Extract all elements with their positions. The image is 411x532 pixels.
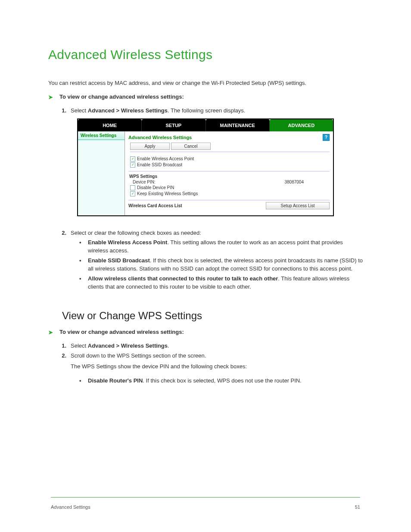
footer-divider [51,497,360,498]
help-icon[interactable]: ? [323,134,330,141]
footer-chapter: Advanced Settings [51,504,90,510]
step-number: 2. [58,352,66,360]
panel-title: Advanced Wireless Settings [128,135,192,140]
content-panel: Advanced Wireless Settings ? Apply Cance… [125,131,333,215]
checkbox-enable-ap[interactable]: ✓ [130,156,135,162]
bullet-item: • Disable Router's PIN. If this check bo… [79,377,363,385]
checkbox-disable-pin-label: Disable Device PIN [137,185,174,190]
step-1b: 1. Select Advanced > Wireless Settings. [58,342,363,350]
tab-maintenance[interactable]: MAINTENANCE [206,119,270,131]
step-number: 2. [58,229,66,237]
step-1: 1. Select Advanced > Wireless Settings. … [58,107,363,115]
step-number: 1. [58,107,66,115]
tab-home[interactable]: HOME [78,119,142,131]
step-2: 2. Select or clear the following check b… [58,229,363,237]
arrow-icon: ➤ [48,93,54,102]
cancel-button[interactable]: Cancel [171,143,211,150]
device-pin-value: 38087004 [285,180,304,184]
bullet-item: • Enable SSID Broadcast. If this check b… [79,257,363,273]
bullet-icon: • [79,257,84,273]
bullet-label: Enable SSID Broadcast [88,257,150,264]
menu-path: Advanced > Wireless Settings [88,342,168,349]
wps-intro-text: The WPS Settings show the device PIN and… [71,363,363,371]
bullet-item: • Allow wireless clients that connected … [79,275,363,291]
section-title-wps: View or Change WPS Settings [62,310,363,322]
bullet-icon: • [79,239,84,255]
step-text: Select Advanced > Wireless Settings. [71,342,169,350]
checkbox-enable-ap-label: Enable Wireless Access Point [137,156,194,161]
checkbox-enable-ssid[interactable]: ✓ [130,162,135,168]
router-ui-screenshot: HOME SETUP MAINTENANCE ADVANCED Wireless… [77,118,334,216]
step-2b: 2. Scroll down to the WPS Settings secti… [58,352,363,360]
bullet-icon: • [79,377,84,385]
page-title: Advanced Wireless Settings [48,47,363,62]
arrow-icon: ➤ [48,329,54,337]
checkbox-keep-settings[interactable]: ✓ [130,191,135,196]
checkbox-keep-settings-label: Keep Existing Wireless Settings [137,191,198,196]
step-text: Scroll down to the WPS Settings section … [71,352,206,360]
apply-button[interactable]: Apply [130,143,170,150]
top-nav: HOME SETUP MAINTENANCE ADVANCED [78,119,333,131]
checkbox-enable-ssid-label: Enable SSID Broadcast [137,162,182,167]
sidebar-item-wireless-settings[interactable]: Wireless Settings [78,131,125,140]
checkbox-disable-pin[interactable]: ✓ [130,185,135,190]
device-pin-label: Device PIN: [133,180,156,184]
step-header: To view or change advanced wireless sett… [59,93,184,100]
step-header-2: To view or change advanced wireless sett… [59,329,184,335]
setup-access-list-button[interactable]: Setup Access List [266,202,330,209]
access-list-label: Wireless Card Access List [128,203,182,208]
step-number: 1. [58,342,66,350]
menu-path: Advanced > Wireless Settings [88,107,168,114]
bullet-icon: • [79,275,84,291]
bullet-label: Allow wireless clients that connected to… [88,275,278,282]
bullet-label: Disable Router's PIN [88,377,143,384]
page-footer: Advanced Settings 51 [51,504,360,510]
footer-page-number: 51 [355,504,360,510]
step-text: Select or clear the following check boxe… [71,229,201,237]
tab-advanced[interactable]: ADVANCED [270,119,333,131]
wps-section-title: WPS Settings [129,174,330,179]
bullet-label: Enable Wireless Access Point [88,239,167,246]
bullet-item: • Enable Wireless Access Point. This set… [79,239,363,255]
tab-setup[interactable]: SETUP [142,119,206,131]
step-text: Select Advanced > Wireless Settings. The… [71,107,245,115]
intro-text: You can restrict access by MAC address, … [48,79,363,87]
sidebar: Wireless Settings [78,131,125,215]
